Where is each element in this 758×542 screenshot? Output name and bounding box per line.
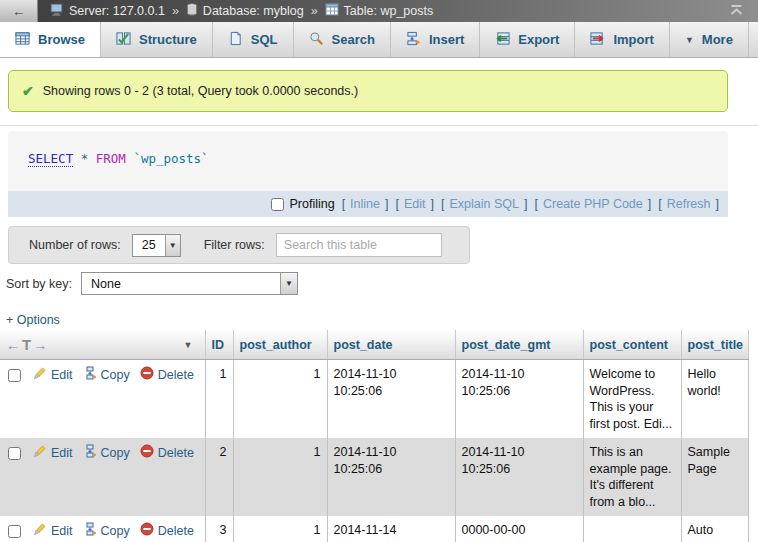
cell-post-date-gmt: 0000-00-00 00:00:00 (455, 516, 583, 542)
back-button[interactable]: ← (0, 0, 38, 22)
sql-icon (228, 31, 243, 49)
profiling-checkbox[interactable] (271, 198, 284, 211)
breadcrumb-table[interactable]: Table: wp_posts (325, 3, 434, 19)
cell-id: 1 (205, 360, 233, 439)
edit-row-button[interactable]: Edit (33, 444, 73, 463)
breadcrumb-separator: » (311, 4, 318, 18)
cell-post-date: 2014-11-14 06:33:38 (327, 516, 455, 542)
column-header-post-date-gmt[interactable]: post_date_gmt (455, 330, 583, 360)
dropdown-arrow-icon: ▼ (280, 273, 297, 294)
database-icon (186, 3, 198, 19)
tab-insert[interactable]: Insert (391, 22, 480, 57)
edit-row-button[interactable]: Edit (33, 522, 73, 541)
status-message: ✔ Showing rows 0 - 2 (3 total, Query too… (8, 70, 728, 112)
section-divider (0, 125, 758, 126)
actions-dropdown-icon[interactable]: ▼ (184, 340, 193, 350)
tab-export[interactable]: Export (480, 22, 575, 57)
import-icon (590, 31, 605, 49)
tab-structure[interactable]: Structure (101, 22, 213, 57)
cell-post-content: This is an example page. It's different … (583, 438, 681, 516)
copy-icon (83, 366, 97, 385)
cell-id: 2 (205, 438, 233, 516)
sql-table-identifier: `wp_posts` (133, 151, 208, 166)
row-actions-cell: Edit Copy Delete (0, 360, 205, 439)
collapse-panel-icon[interactable] (729, 4, 744, 19)
delete-row-button[interactable]: Delete (140, 444, 194, 463)
delete-icon (140, 366, 154, 385)
cell-post-author: 1 (233, 516, 327, 542)
tab-search[interactable]: Search (294, 22, 391, 57)
browse-direction-control[interactable]: ← T → (6, 336, 47, 353)
cell-post-title: Auto Draft (681, 516, 748, 542)
tab-sql[interactable]: SQL (213, 22, 294, 57)
search-icon (309, 31, 324, 49)
cell-post-date-gmt: 2014-11-10 10:25:06 (455, 438, 583, 516)
column-header-post-content[interactable]: post_content (583, 330, 681, 360)
back-arrow-icon: ← (12, 4, 25, 19)
column-header-post-date[interactable]: post_date (327, 330, 455, 360)
options-toggle-link[interactable]: + Options (6, 313, 60, 327)
table-row: Edit Copy Delete 1 1 2014-11-10 10:25:06… (0, 360, 748, 439)
explain-sql-link-group: [ Explain SQL ] (441, 197, 527, 211)
create-php-code-link[interactable]: Create PHP Code (543, 197, 643, 211)
export-icon (495, 31, 510, 49)
cell-post-author: 1 (233, 438, 327, 516)
cell-post-content: Welcome to WordPress. This is your first… (583, 360, 681, 439)
column-header-post-title[interactable]: post_title (681, 330, 748, 360)
number-of-rows-select[interactable]: 25 ▼ (132, 234, 181, 257)
delete-row-button[interactable]: Delete (140, 522, 194, 541)
breadcrumb-server[interactable]: Server: 127.0.0.1 (50, 3, 165, 19)
tab-bar: Browse Structure SQL Search Insert Expor… (0, 22, 758, 58)
edit-row-button[interactable]: Edit (33, 366, 73, 385)
sort-by-key-select[interactable]: None ▼ (81, 272, 298, 295)
row-checkbox[interactable] (8, 447, 21, 460)
breadcrumb: Server: 127.0.0.1 » Database: myblog » T… (50, 3, 433, 19)
copy-icon (83, 522, 97, 541)
cell-post-title: Sample Page (681, 438, 748, 516)
cell-post-title: Hello world! (681, 360, 748, 439)
copy-row-button[interactable]: Copy (83, 444, 130, 463)
copy-row-button[interactable]: Copy (83, 522, 130, 541)
breadcrumb-separator: » (172, 4, 179, 18)
cell-post-date: 2014-11-10 10:25:06 (327, 360, 455, 439)
column-header-id[interactable]: ID (205, 330, 233, 360)
row-checkbox[interactable] (8, 369, 21, 382)
success-check-icon: ✔ (22, 83, 34, 99)
refresh-link[interactable]: Refresh (667, 197, 711, 211)
arrow-right-icon: → (33, 337, 47, 353)
row-checkbox[interactable] (8, 525, 21, 538)
create-php-code-link-group: [ Create PHP Code ] (534, 197, 651, 211)
profiling-toggle[interactable]: Profiling (271, 197, 334, 211)
sort-row: Sort by key: None ▼ (6, 272, 298, 295)
breadcrumb-database[interactable]: Database: myblog (186, 3, 304, 19)
table-icon (325, 3, 339, 19)
cell-post-content (583, 516, 681, 542)
sql-keyword-select[interactable]: SELECT (28, 151, 73, 167)
edit-link[interactable]: Edit (404, 197, 426, 211)
sql-query-panel: SELECT * FROM `wp_posts` Profiling [ Inl… (8, 131, 728, 217)
breadcrumb-bar: ← Server: 127.0.0.1 » Database: myblog »… (0, 0, 758, 22)
phpmyadmin-page: ← Server: 127.0.0.1 » Database: myblog »… (0, 0, 758, 542)
pencil-icon (33, 444, 47, 463)
column-header-actions[interactable]: ← T → ▼ (0, 330, 205, 360)
sql-query-actions-bar: Profiling [ Inline ] [ Edit ] [ Explain … (8, 191, 728, 217)
server-icon (50, 3, 64, 19)
tab-browse[interactable]: Browse (0, 22, 101, 57)
inline-link[interactable]: Inline (350, 197, 380, 211)
sql-star: * (81, 151, 89, 166)
explain-sql-link[interactable]: Explain SQL (449, 197, 518, 211)
copy-row-button[interactable]: Copy (83, 366, 130, 385)
filter-rows-label: Filter rows: (204, 238, 265, 252)
column-header-post-author[interactable]: post_author (233, 330, 327, 360)
result-controls-bar: Number of rows: 25 ▼ Filter rows: (8, 226, 470, 264)
status-message-text: Showing rows 0 - 2 (3 total, Query took … (43, 84, 358, 98)
copy-icon (83, 444, 97, 463)
filter-rows-input[interactable] (276, 233, 442, 257)
tab-import[interactable]: Import (575, 22, 669, 57)
results-table: ← T → ▼ ID post_author post_date post_da… (0, 330, 749, 542)
cell-id: 3 (205, 516, 233, 542)
table-row: Edit Copy Delete 2 1 2014-11-10 10:25:06… (0, 438, 748, 516)
tab-more[interactable]: ▼ More (670, 22, 749, 57)
pencil-icon (33, 366, 47, 385)
delete-row-button[interactable]: Delete (140, 366, 194, 385)
